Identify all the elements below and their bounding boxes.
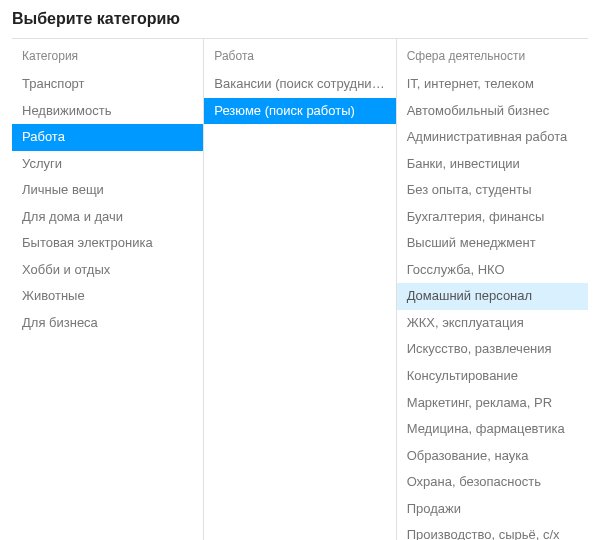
list-item[interactable]: Маркетинг, реклама, PR [397,390,588,417]
column-header: Сфера деятельности [397,39,588,71]
activity-items: IT, интернет, телекомАвтомобильный бизне… [397,71,588,540]
list-item[interactable]: Транспорт [12,71,203,98]
category-items: ТранспортНедвижимостьРаботаУслугиЛичные … [12,71,203,336]
list-item[interactable]: Административная работа [397,124,588,151]
list-item[interactable]: Консультирование [397,363,588,390]
list-item[interactable]: Хобби и отдых [12,257,203,284]
list-item[interactable]: Продажи [397,496,588,523]
list-item[interactable]: Резюме (поиск работы) [204,98,395,125]
subcategory-items: Вакансии (поиск сотрудников)Резюме (поис… [204,71,395,124]
column-header: Категория [12,39,203,71]
column-activity: Сфера деятельности IT, интернет, телеком… [397,39,588,540]
list-item[interactable]: Вакансии (поиск сотрудников) [204,71,395,98]
list-item[interactable]: Без опыта, студенты [397,177,588,204]
list-item[interactable]: Охрана, безопасность [397,469,588,496]
list-item[interactable]: Высший менеджмент [397,230,588,257]
list-item[interactable]: Медицина, фармацевтика [397,416,588,443]
column-header: Работа [204,39,395,71]
list-item[interactable]: Образование, наука [397,443,588,470]
columns-container: Категория ТранспортНедвижимостьРаботаУсл… [12,38,588,540]
list-item[interactable]: Услуги [12,151,203,178]
list-item[interactable]: Работа [12,124,203,151]
list-item[interactable]: Производство, сырьё, с/х [397,522,588,540]
modal-title: Выберите категорию [12,10,588,28]
list-item[interactable]: IT, интернет, телеком [397,71,588,98]
list-item[interactable]: Банки, инвестиции [397,151,588,178]
category-picker: Выберите категорию Категория ТранспортНе… [0,0,600,540]
list-item[interactable]: Недвижимость [12,98,203,125]
column-category: Категория ТранспортНедвижимостьРаботаУсл… [12,39,204,540]
list-item[interactable]: Бухгалтерия, финансы [397,204,588,231]
list-item[interactable]: Искусство, развлечения [397,336,588,363]
list-item[interactable]: Личные вещи [12,177,203,204]
list-item[interactable]: Автомобильный бизнес [397,98,588,125]
list-item[interactable]: Для бизнеса [12,310,203,337]
list-item[interactable]: Для дома и дачи [12,204,203,231]
list-item[interactable]: Бытовая электроника [12,230,203,257]
list-item[interactable]: Животные [12,283,203,310]
list-item[interactable]: Домашний персонал [397,283,588,310]
list-item[interactable]: ЖКХ, эксплуатация [397,310,588,337]
list-item[interactable]: Госслужба, НКО [397,257,588,284]
column-subcategory: Работа Вакансии (поиск сотрудников)Резюм… [204,39,396,540]
